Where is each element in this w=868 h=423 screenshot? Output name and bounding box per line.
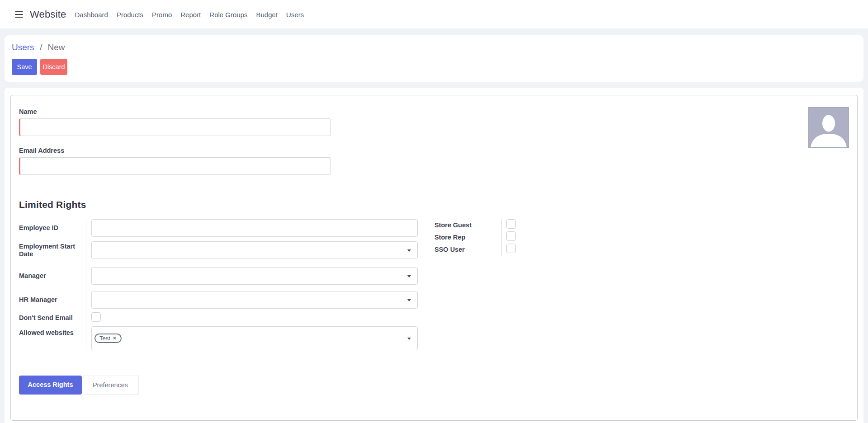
tab-access-rights[interactable]: Access Rights <box>19 376 82 395</box>
sso-user-checkbox[interactable] <box>506 244 516 253</box>
brand-title: Website <box>30 9 66 20</box>
name-input[interactable] <box>19 118 331 136</box>
limited-rights-left-group: Employee ID Employment Start Date Manage… <box>19 219 418 350</box>
dont-send-email-checkbox[interactable] <box>91 312 101 322</box>
nav-item-products[interactable]: Products <box>117 11 143 19</box>
nav-item-promo[interactable]: Promo <box>152 11 172 19</box>
name-label: Name <box>19 108 331 115</box>
website-tag: Test ✕ <box>94 334 122 343</box>
top-navbar: Website Dashboard Products Promo Report … <box>0 0 868 28</box>
limited-rights-right-group: Store Guest Store Rep SSO User <box>434 219 516 256</box>
action-buttons: Save Discard <box>12 59 856 75</box>
hamburger-menu-icon[interactable] <box>15 9 23 19</box>
basic-fields: Name Email Address <box>19 108 331 175</box>
dont-send-email-label: Don't Send Email <box>19 312 86 326</box>
breadcrumb: Users / New <box>12 42 856 52</box>
email-input[interactable] <box>19 157 331 175</box>
store-guest-checkbox[interactable] <box>506 219 516 229</box>
user-form: Name Email Address Limited Rights <box>10 95 858 421</box>
employment-start-date-label: Employment Start Date <box>19 241 86 267</box>
tag-label: Test <box>99 335 110 342</box>
breadcrumb-card: Users / New Save Discard <box>5 35 863 82</box>
allowed-websites-select[interactable]: Test ✕ <box>91 326 418 350</box>
store-guest-label: Store Guest <box>434 219 502 231</box>
nav-item-users[interactable]: Users <box>286 11 304 19</box>
manager-label: Manager <box>19 267 86 291</box>
navbar-menu: Dashboard Products Promo Report Role Gro… <box>75 11 312 19</box>
form-card: Name Email Address Limited Rights <box>5 88 863 423</box>
hr-manager-select[interactable] <box>91 291 418 309</box>
store-rep-checkbox[interactable] <box>506 231 516 241</box>
form-tabs: Access Rights Preferences <box>19 376 849 395</box>
breadcrumb-current: New <box>47 42 65 52</box>
discard-button[interactable]: Discard <box>40 59 67 75</box>
avatar-placeholder[interactable] <box>808 107 849 148</box>
nav-item-dashboard[interactable]: Dashboard <box>75 11 108 19</box>
manager-select[interactable] <box>91 267 418 285</box>
user-silhouette-icon <box>809 108 849 147</box>
page-content: Users / New Save Discard Name Email Addr… <box>0 28 868 423</box>
hr-manager-label: HR Manager <box>19 291 86 312</box>
allowed-websites-label: Allowed websites <box>19 326 86 350</box>
tab-preferences[interactable]: Preferences <box>82 376 139 395</box>
nav-item-report[interactable]: Report <box>180 11 201 19</box>
employee-id-input[interactable] <box>91 219 418 237</box>
section-title: Limited Rights <box>19 199 849 210</box>
employee-id-label: Employee ID <box>19 219 86 241</box>
employment-start-date-select[interactable] <box>91 241 418 259</box>
tag-remove-close-icon[interactable]: ✕ <box>113 335 117 341</box>
breadcrumb-users-link[interactable]: Users <box>12 42 34 52</box>
save-button[interactable]: Save <box>12 59 37 75</box>
breadcrumb-separator: / <box>40 42 42 52</box>
sso-user-label: SSO User <box>434 244 502 256</box>
email-label: Email Address <box>19 147 331 154</box>
nav-item-role-groups[interactable]: Role Groups <box>209 11 247 19</box>
nav-item-budget[interactable]: Budget <box>256 11 278 19</box>
store-rep-label: Store Rep <box>434 231 502 244</box>
